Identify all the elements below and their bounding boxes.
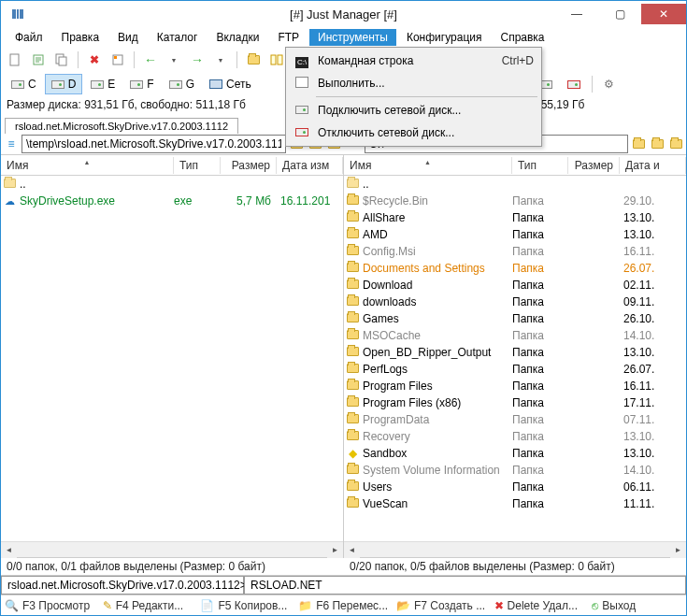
fn-f7[interactable]: 📂F7 Создать ... xyxy=(393,599,491,612)
app-logo-icon xyxy=(8,5,27,23)
file-row[interactable]: AllShareПапка13.10. xyxy=(344,209,686,226)
col-date[interactable]: Дата и xyxy=(620,157,686,174)
drive-c[interactable]: C xyxy=(5,74,43,94)
file-row[interactable]: .. xyxy=(1,176,343,193)
menubar: ФайлПравкаВидКаталогВкладкиFTPИнструмент… xyxy=(1,27,686,48)
menu-справка[interactable]: Справка xyxy=(492,29,552,46)
menuitem-netadd[interactable]: Подключить сетевой диск... xyxy=(288,99,539,122)
col-size[interactable]: Размер xyxy=(221,157,277,174)
menu-вкладки[interactable]: Вкладки xyxy=(208,29,267,46)
right-scrollbar[interactable]: ◄► xyxy=(344,541,686,557)
file-row[interactable]: GamesПапка26.10. xyxy=(344,310,686,327)
col-size[interactable]: Размер xyxy=(568,157,620,174)
menuitem-label: Отключить сетевой диск... xyxy=(312,126,534,139)
file-row[interactable]: PerfLogsПапка26.07. xyxy=(344,361,686,378)
menuitem-label: Подключить сетевой диск... xyxy=(312,104,534,117)
menuitem-run[interactable]: Выполнить... xyxy=(288,72,539,94)
file-icon xyxy=(344,211,361,224)
properties-icon[interactable] xyxy=(107,50,128,70)
left-tab[interactable]: rsload.net.Microsoft.SkyDrive.v17.0.2003… xyxy=(5,118,238,134)
forward-icon[interactable]: → xyxy=(187,50,208,70)
file-row[interactable]: Program Files (x86)Папка17.11. xyxy=(344,394,686,411)
status-row: 0/0 папок, 0/1 файлов выделены (Размер: … xyxy=(1,557,686,575)
file-type: Папка xyxy=(512,363,568,376)
file-row[interactable]: VueScanПапка11.11. xyxy=(344,495,686,512)
fn-icon: 📂 xyxy=(396,599,410,612)
file-row[interactable]: Program FilesПапка16.11. xyxy=(344,378,686,394)
right-filelist[interactable]: ..$Recycle.BinПапка29.10.AllShareПапка13… xyxy=(344,176,686,541)
edit-icon[interactable] xyxy=(28,50,49,70)
menu-инструменты[interactable]: Инструменты xyxy=(309,29,396,46)
fn-f4[interactable]: ✎F4 Редакти... xyxy=(99,599,197,612)
menuitem-netrem[interactable]: Отключить сетевой диск... xyxy=(288,122,539,144)
drive-g[interactable]: G xyxy=(163,74,201,94)
compare-icon[interactable] xyxy=(266,50,287,70)
file-row[interactable]: downloadsПапка09.11. xyxy=(344,294,686,310)
back-dropdown-icon[interactable]: ▼ xyxy=(164,50,184,70)
left-filelist[interactable]: ..☁SkyDriveSetup.exeexe5,7 Мб16.11.201 xyxy=(1,176,343,541)
drive-d[interactable]: D xyxy=(45,74,83,94)
file-row[interactable]: DownloadПапка02.11. xyxy=(344,277,686,294)
drive-f[interactable]: F xyxy=(123,74,160,94)
drive-disconnect-icon[interactable] xyxy=(561,74,587,94)
network-button[interactable]: Сеть xyxy=(203,74,258,94)
file-row[interactable]: RecoveryПапка13.10. xyxy=(344,428,686,445)
file-row[interactable]: System Volume InformationПапка14.10. xyxy=(344,462,686,479)
file-row[interactable]: Open_BD_Ripper_OutputПапка13.10. xyxy=(344,344,686,361)
close-button[interactable]: ✕ xyxy=(641,4,686,24)
fn-label: F6 Перемес... xyxy=(316,599,388,612)
menu-конфигурация[interactable]: Конфигурация xyxy=(398,29,491,46)
delete-icon[interactable]: ✖ xyxy=(84,50,105,70)
file-date: 06.11. xyxy=(620,480,686,494)
fn-f6[interactable]: 📁F6 Перемес... xyxy=(294,599,393,612)
file-row[interactable]: ProgramDataПапка07.11. xyxy=(344,411,686,428)
fn-delete[interactable]: ✖Delete Удал... xyxy=(491,599,589,612)
fav2-icon[interactable] xyxy=(649,136,666,152)
file-row[interactable]: ☁SkyDriveSetup.exeexe5,7 Мб16.11.201 xyxy=(1,193,343,209)
file-row[interactable]: Documents and SettingsПапка26.07. xyxy=(344,260,686,277)
maximize-button[interactable]: ▢ xyxy=(598,4,641,24)
file-icon xyxy=(344,194,361,208)
fn-выход[interactable]: ⎋Выход xyxy=(588,599,686,612)
command-prompt[interactable]: rsload.net.Microsoft.SkyDrive.v17.0.2003… xyxy=(1,576,244,595)
col-name[interactable]: Имя xyxy=(1,157,174,174)
file-row[interactable]: MSOCacheПапка14.10. xyxy=(344,327,686,344)
left-scrollbar[interactable]: ◄► xyxy=(1,541,343,557)
col-name[interactable]: Имя xyxy=(344,157,512,174)
forward-dropdown-icon[interactable]: ▼ xyxy=(210,50,231,70)
file-row[interactable]: $Recycle.BinПапка29.10. xyxy=(344,193,686,209)
file-row[interactable]: AMDПапка13.10. xyxy=(344,226,686,243)
col-type[interactable]: Тип xyxy=(512,157,568,174)
menuitem-label: Командная строка xyxy=(312,54,502,67)
history-icon[interactable]: ≡ xyxy=(3,136,20,152)
left-path-input[interactable] xyxy=(21,135,286,153)
menuitem-cmd[interactable]: C:\Командная строкаCtrl+D xyxy=(288,50,539,72)
settings-icon[interactable]: ⚙ xyxy=(597,74,621,94)
copy-icon[interactable] xyxy=(51,50,72,70)
minimize-button[interactable]: — xyxy=(555,4,598,24)
file-row[interactable]: .. xyxy=(344,176,686,193)
file-icon: ☁ xyxy=(1,194,18,208)
file-row[interactable]: UsersПапка06.11. xyxy=(344,479,686,495)
command-input[interactable]: RSLOAD.NET xyxy=(244,576,686,595)
file-icon xyxy=(344,228,361,241)
fav1-icon[interactable] xyxy=(630,136,647,152)
back-icon[interactable]: ← xyxy=(140,50,161,70)
fn-f3[interactable]: 🔍F3 Просмотр xyxy=(1,599,99,612)
folder-tree-icon[interactable] xyxy=(243,50,264,70)
drive-e[interactable]: E xyxy=(84,74,122,94)
menu-каталог[interactable]: Каталог xyxy=(149,29,207,46)
col-date[interactable]: Дата изм xyxy=(277,157,343,174)
new-icon[interactable] xyxy=(5,50,25,70)
fn-f5[interactable]: 📄F5 Копиров... xyxy=(196,599,294,612)
menu-вид[interactable]: Вид xyxy=(109,29,147,46)
menuitem-icon xyxy=(292,77,312,91)
fav3-icon[interactable] xyxy=(667,136,684,152)
col-type[interactable]: Тип xyxy=(174,157,221,174)
file-row[interactable]: Config.MsiПапка16.11. xyxy=(344,243,686,260)
menu-правка[interactable]: Правка xyxy=(53,29,108,46)
menu-файл[interactable]: Файл xyxy=(7,29,51,46)
file-icon xyxy=(344,329,361,342)
menu-ftp[interactable]: FTP xyxy=(269,29,308,46)
file-row[interactable]: ◆SandboxПапка13.10. xyxy=(344,445,686,462)
